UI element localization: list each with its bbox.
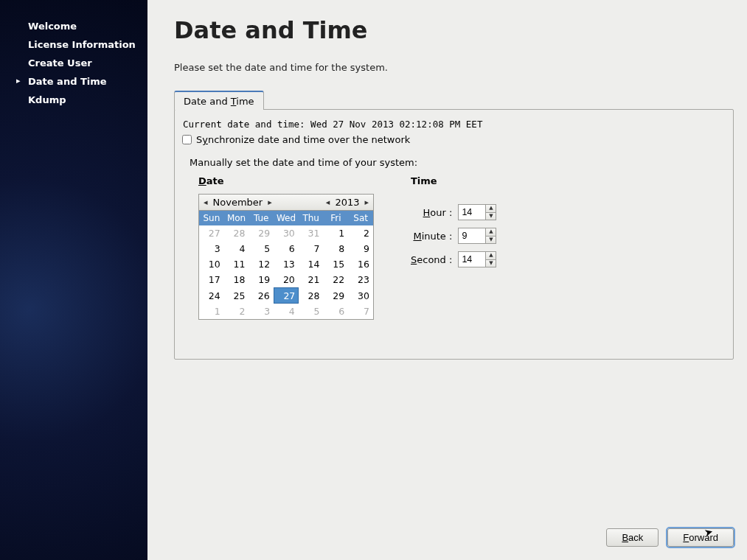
next-year-button[interactable]: ▸ bbox=[363, 197, 370, 207]
sync-network-label[interactable]: Synchronize date and time over the netwo… bbox=[196, 134, 410, 145]
calendar-year[interactable]: 2013 bbox=[333, 197, 361, 208]
hour-u: H bbox=[423, 207, 431, 218]
minute-label: Minute : bbox=[411, 231, 452, 242]
minute-spinner[interactable]: ▲▼ bbox=[458, 228, 496, 244]
calendar-day[interactable]: 24 bbox=[199, 288, 224, 304]
calendar-day[interactable]: 20 bbox=[274, 272, 299, 288]
calendar-day[interactable]: 15 bbox=[324, 256, 349, 272]
footer-buttons: Back Forward bbox=[606, 528, 734, 547]
sidebar-item-kdump[interactable]: Kdump bbox=[0, 91, 147, 110]
sidebar-item-date-and-time[interactable]: Date and Time bbox=[0, 73, 147, 91]
back-button[interactable]: Back bbox=[606, 528, 659, 547]
time-header: Time bbox=[411, 175, 496, 186]
second-post: econd : bbox=[417, 254, 452, 265]
sync-post: nchronize date and time over the network bbox=[208, 134, 410, 145]
second-input[interactable] bbox=[459, 252, 485, 267]
minute-up-button[interactable]: ▲ bbox=[486, 228, 496, 237]
second-up-button[interactable]: ▲ bbox=[486, 252, 496, 260]
calendar-day[interactable]: 21 bbox=[299, 272, 324, 288]
minute-u: M bbox=[413, 231, 421, 242]
calendar-day: 1 bbox=[199, 304, 224, 320]
weekday-header: Sun bbox=[199, 211, 224, 225]
manual-set-label: Manually set the date and time of your s… bbox=[190, 157, 726, 168]
calendar-day[interactable]: 30 bbox=[348, 288, 373, 304]
date-header-post: ate bbox=[206, 175, 224, 186]
calendar-day: 27 bbox=[199, 225, 224, 241]
calendar-day[interactable]: 3 bbox=[199, 241, 224, 256]
date-section: Date ◂ November ▸ ◂ 2013 bbox=[198, 175, 374, 320]
calendar: ◂ November ▸ ◂ 2013 ▸ SunMonTueWedT bbox=[198, 194, 374, 320]
second-spinner[interactable]: ▲▼ bbox=[458, 251, 496, 267]
weekday-header: Mon bbox=[224, 211, 249, 225]
next-month-button[interactable]: ▸ bbox=[266, 197, 274, 207]
calendar-day[interactable]: 16 bbox=[348, 256, 373, 272]
calendar-day[interactable]: 23 bbox=[348, 272, 373, 288]
calendar-day: 2 bbox=[224, 304, 249, 320]
prev-year-button[interactable]: ◂ bbox=[324, 197, 332, 207]
hour-down-button[interactable]: ▼ bbox=[486, 213, 496, 220]
calendar-day[interactable]: 25 bbox=[224, 288, 249, 304]
calendar-day[interactable]: 14 bbox=[299, 256, 324, 272]
weekday-header: Thu bbox=[299, 211, 324, 225]
weekday-header: Fri bbox=[324, 211, 349, 225]
sidebar-item-license-information[interactable]: License Information bbox=[0, 36, 147, 55]
calendar-day[interactable]: 6 bbox=[274, 241, 299, 256]
page-subtitle: Please set the date and time for the sys… bbox=[174, 62, 734, 73]
weekday-header: Wed bbox=[274, 211, 299, 225]
forward-button[interactable]: Forward bbox=[667, 528, 734, 547]
tab-label-post: ime bbox=[236, 96, 254, 107]
calendar-day: 31 bbox=[299, 225, 324, 241]
tab-panel: Current date and time: Wed 27 Nov 2013 0… bbox=[174, 109, 734, 360]
weekday-header: Sat bbox=[348, 211, 373, 225]
forward-post: orward bbox=[689, 532, 718, 543]
back-u: B bbox=[622, 532, 628, 543]
calendar-month[interactable]: November bbox=[212, 197, 265, 208]
hour-input[interactable] bbox=[459, 205, 485, 220]
hour-spinner[interactable]: ▲▼ bbox=[458, 204, 496, 220]
calendar-day[interactable]: 17 bbox=[199, 272, 224, 288]
minute-post: inute : bbox=[422, 231, 453, 242]
page-title: Date and Time bbox=[174, 16, 734, 44]
calendar-day: 28 bbox=[224, 225, 249, 241]
minute-down-button[interactable]: ▼ bbox=[486, 237, 496, 244]
tab-label-pre: Date and bbox=[184, 96, 231, 107]
calendar-day[interactable]: 7 bbox=[299, 241, 324, 256]
current-datetime: Current date and time: Wed 27 Nov 2013 0… bbox=[182, 119, 726, 130]
main-content: Date and Time Please set the date and ti… bbox=[147, 0, 747, 560]
second-label: Second : bbox=[411, 254, 452, 265]
calendar-day[interactable]: 9 bbox=[348, 241, 373, 256]
hour-post: our : bbox=[430, 207, 452, 218]
calendar-day[interactable]: 2 bbox=[348, 225, 373, 241]
calendar-day[interactable]: 8 bbox=[324, 241, 349, 256]
calendar-day: 29 bbox=[249, 225, 274, 241]
weekday-header: Tue bbox=[249, 211, 274, 225]
tab-date-and-time[interactable]: Date and Time bbox=[174, 91, 264, 110]
calendar-day[interactable]: 28 bbox=[299, 288, 324, 304]
time-section: Time Hour : ▲▼ Minute : ▲▼ Second : bbox=[411, 175, 496, 320]
calendar-day[interactable]: 1 bbox=[324, 225, 349, 241]
calendar-day[interactable]: 19 bbox=[249, 272, 274, 288]
calendar-day[interactable]: 27 bbox=[274, 288, 299, 304]
calendar-day[interactable]: 10 bbox=[199, 256, 224, 272]
calendar-day[interactable]: 22 bbox=[324, 272, 349, 288]
calendar-day[interactable]: 11 bbox=[224, 256, 249, 272]
calendar-day[interactable]: 26 bbox=[249, 288, 274, 304]
sidebar-item-welcome[interactable]: Welcome bbox=[0, 18, 147, 36]
calendar-day[interactable]: 18 bbox=[224, 272, 249, 288]
calendar-day[interactable]: 4 bbox=[224, 241, 249, 256]
minute-input[interactable] bbox=[459, 228, 485, 243]
calendar-day[interactable]: 13 bbox=[274, 256, 299, 272]
calendar-day[interactable]: 12 bbox=[249, 256, 274, 272]
second-down-button[interactable]: ▼ bbox=[486, 260, 496, 267]
sidebar-item-create-user[interactable]: Create User bbox=[0, 55, 147, 73]
date-header-u: D bbox=[198, 175, 206, 186]
sync-network-checkbox[interactable] bbox=[182, 135, 192, 144]
prev-month-button[interactable]: ◂ bbox=[202, 197, 209, 207]
hour-up-button[interactable]: ▲ bbox=[486, 205, 496, 213]
calendar-day: 7 bbox=[348, 304, 373, 320]
calendar-day: 6 bbox=[324, 304, 349, 320]
date-header: Date bbox=[198, 175, 374, 186]
calendar-day[interactable]: 29 bbox=[324, 288, 349, 304]
calendar-day[interactable]: 5 bbox=[249, 241, 274, 256]
sidebar: WelcomeLicense InformationCreate UserDat… bbox=[0, 0, 147, 560]
